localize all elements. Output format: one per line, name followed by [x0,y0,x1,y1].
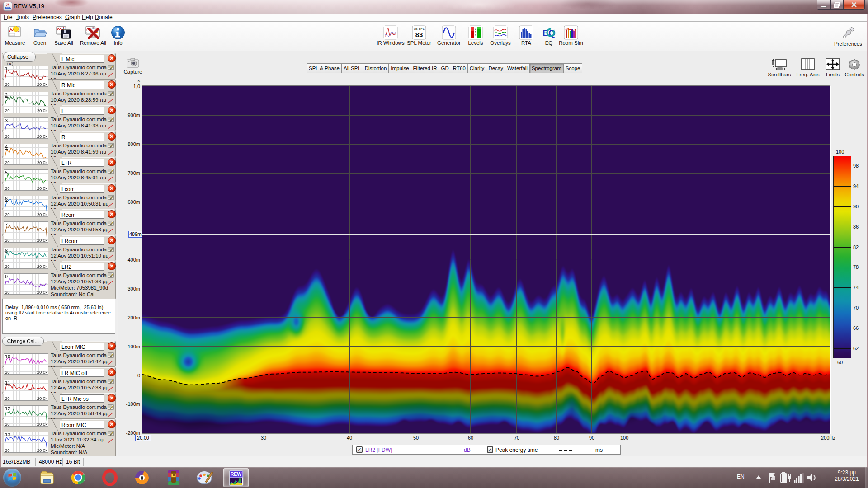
svg-text:83: 83 [415,31,423,38]
svg-text:REW: REW [231,471,242,477]
svg-text:dB SPL: dB SPL [414,27,425,30]
